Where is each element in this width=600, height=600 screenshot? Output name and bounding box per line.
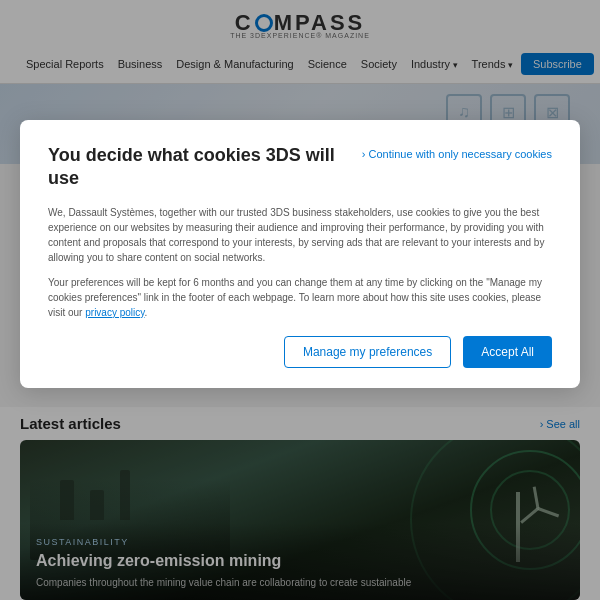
cookie-modal-title: You decide what cookies 3DS will use	[48, 144, 350, 191]
cookie-modal-actions: Manage my preferences Accept All	[48, 336, 552, 368]
cookie-modal: You decide what cookies 3DS will use Con…	[20, 120, 580, 388]
cookie-body-text2: Your preferences will be kept for 6 mont…	[48, 275, 552, 320]
continue-necessary-link[interactable]: Continue with only necessary cookies	[362, 144, 552, 160]
privacy-policy-link[interactable]: privacy policy	[85, 307, 144, 318]
accept-all-button[interactable]: Accept All	[463, 336, 552, 368]
cookie-modal-header: You decide what cookies 3DS will use Con…	[48, 144, 552, 191]
cookie-body-text1: We, Dassault Systèmes, together with our…	[48, 205, 552, 265]
manage-preferences-button[interactable]: Manage my preferences	[284, 336, 451, 368]
